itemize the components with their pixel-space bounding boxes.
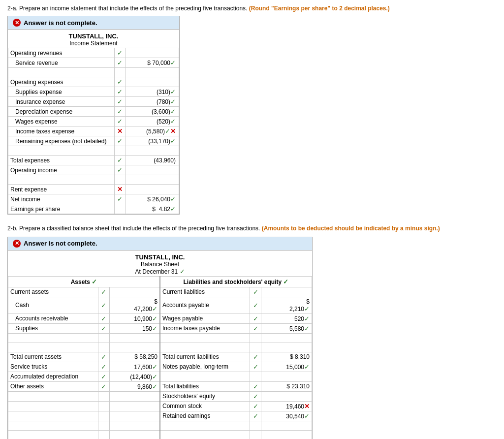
left-check: ✓ — [98, 323, 109, 333]
row-value: (33,170)✓ — [126, 136, 179, 146]
income-table: Operating revenues ✓ Service revenue ✓ $… — [8, 48, 179, 214]
table-row: Accumulated depreciation ✓ (12,400)✓ — [8, 372, 312, 381]
income-answer-label: Answer is not complete. — [24, 19, 97, 27]
row-check: ✕ — [114, 126, 126, 136]
table-row: Net income ✓ $ 26,040✓ — [8, 194, 179, 204]
left-value: 150✓ — [109, 323, 160, 333]
right-value: $ 2,210✓ — [261, 297, 312, 314]
left-label: Accounts receivable — [8, 314, 98, 323]
row-value: (3,600)✓ — [126, 107, 179, 117]
row-value: (5,580)✓✕ — [126, 126, 179, 136]
left-label: Cash — [8, 297, 98, 314]
bs-table: Assets ✓ Liabilities and stockholders' e… — [8, 276, 312, 439]
table-row: Wages expense ✓ (520)✓ — [8, 117, 179, 126]
row-value: $ 70,000✓ — [126, 58, 179, 68]
row-check: ✓ — [114, 58, 126, 68]
right-label: Common stock — [160, 401, 250, 411]
row-check: ✓ — [114, 117, 126, 126]
row-label: Total expenses — [8, 156, 115, 165]
bs-statement-title: Balance Sheet — [8, 261, 312, 268]
right-value: $ 23,310 — [261, 381, 312, 391]
income-x-icon: ✕ — [13, 19, 21, 27]
right-label: Current liablities — [160, 287, 250, 297]
income-company-name: TUNSTALL, INC. — [8, 32, 179, 40]
row-value — [126, 185, 179, 194]
row-value: (780)✓ — [126, 97, 179, 107]
table-row: Total expenses ✓ (43,960) — [8, 156, 179, 165]
right-value: 19,460✕ — [261, 401, 312, 411]
left-label: Other assets — [8, 381, 98, 391]
left-label: Current assets — [8, 287, 98, 297]
row-check: ✓ — [114, 87, 126, 97]
left-value: 10,900✓ — [109, 314, 160, 323]
row-check: ✓ — [114, 156, 126, 165]
right-value: $ 8,310 — [261, 352, 312, 362]
left-check: ✓ — [98, 314, 109, 323]
table-row: Retained earnings ✓ 30,540✓ — [8, 411, 312, 421]
balance-sheet-box: ✕ Answer is not complete. TUNSTALL, INC.… — [7, 237, 313, 439]
left-value — [109, 287, 160, 297]
table-row-spacer — [8, 421, 312, 430]
right-label — [160, 372, 250, 381]
income-statement-title: Income Statement — [8, 40, 179, 47]
row-check: ✓ — [114, 77, 126, 87]
right-check: ✓ — [250, 314, 261, 323]
left-value: 9,860✓ — [109, 381, 160, 391]
right-label: Retained earnings — [160, 411, 250, 421]
table-row: Operating revenues ✓ — [8, 48, 179, 58]
left-label: Total current assets — [8, 352, 98, 362]
left-value: $ 58,250 — [109, 352, 160, 362]
table-row: Cash ✓ $ 47,200✓ Accounts payable ✓ $ 2,… — [8, 297, 312, 314]
table-row: Operating expenses ✓ — [8, 77, 179, 87]
bs-company-header: TUNSTALL, INC. Balance Sheet At December… — [8, 251, 312, 276]
left-check: ✓ — [98, 381, 109, 391]
table-row: Current assets ✓ Current liablities ✓ — [8, 287, 312, 297]
table-row: Depreciation expense ✓ (3,600)✓ — [8, 107, 179, 117]
left-label: Accumulated depreciation — [8, 372, 98, 381]
left-value: 17,600✓ — [109, 362, 160, 372]
right-value: 5,580✓ — [261, 323, 312, 333]
table-row: Insurance expense ✓ (780)✓ — [8, 97, 179, 107]
table-row-spacer — [8, 430, 312, 439]
table-row: Operating income ✓ — [8, 165, 179, 175]
row-label: Service revenue — [8, 58, 115, 68]
row-check: ✓ — [114, 48, 126, 58]
section-2a-label: 2-a. Prepare an income statement that in… — [7, 5, 247, 12]
right-check: ✓ — [250, 411, 261, 421]
row-value — [126, 77, 179, 87]
table-row: Other assets ✓ 9,860✓ Total liabilities … — [8, 381, 312, 391]
section-2a-bold: (Round "Earnings per share" to 2 decimal… — [249, 5, 390, 12]
left-label: Supplies — [8, 323, 98, 333]
right-check: ✓ — [250, 323, 261, 333]
liabilities-header: Liabilities and stockholders' equity ✓ — [160, 276, 312, 287]
table-row: Earnings per share $ 4.82✓ — [8, 204, 179, 214]
table-row-spacer — [8, 333, 312, 343]
row-value — [126, 165, 179, 175]
row-check: ✓ — [114, 194, 126, 204]
table-row-spacer — [8, 343, 312, 352]
right-check: ✓ — [250, 401, 261, 411]
right-label: Stockholders' equity — [160, 391, 250, 401]
row-label: Operating revenues — [8, 48, 115, 58]
bs-date-check: ✓ — [180, 268, 185, 275]
row-check: ✓ — [114, 107, 126, 117]
row-label: Operating expenses — [8, 77, 115, 87]
row-label: Income taxes expense — [8, 126, 115, 136]
left-label: Service trucks — [8, 362, 98, 372]
right-label: Total liabilities — [160, 381, 250, 391]
row-label: Operating income — [8, 165, 115, 175]
table-row-spacer — [8, 146, 179, 156]
table-row: Total current assets ✓ $ 58,250 Total cu… — [8, 352, 312, 362]
bs-answer-label: Answer is not complete. — [24, 240, 97, 247]
table-row: Stockholders' equity ✓ — [8, 391, 312, 401]
row-check: ✕ — [114, 185, 126, 194]
income-answer-header: ✕ Answer is not complete. — [8, 16, 179, 30]
right-check: ✓ — [250, 391, 261, 401]
row-check: ✓ — [114, 165, 126, 175]
left-check: ✓ — [98, 362, 109, 372]
section-2b-header: 2-b. Prepare a classified balance sheet … — [7, 224, 497, 233]
income-statement-box: ✕ Answer is not complete. TUNSTALL, INC.… — [7, 16, 180, 215]
row-value: $ 4.82✓ — [126, 204, 179, 214]
row-label: Earnings per share — [8, 204, 115, 214]
table-row: Service trucks ✓ 17,600✓ Notes payable, … — [8, 362, 312, 372]
